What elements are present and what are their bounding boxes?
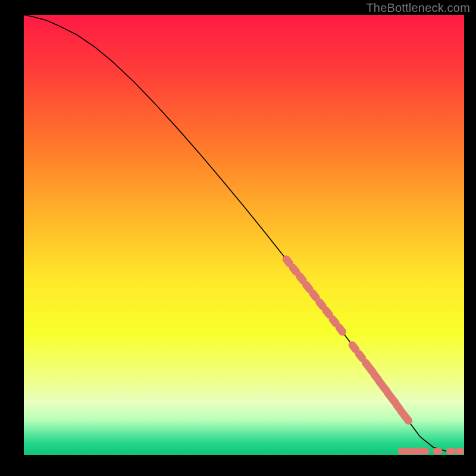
chart-svg	[24, 15, 464, 455]
watermark-text: TheBottleneck.com	[366, 1, 470, 15]
baseline-marker	[455, 448, 464, 455]
plot-area	[24, 15, 464, 455]
chart-container: TheBottleneck.com	[0, 0, 476, 476]
baseline-marker	[433, 448, 443, 455]
gradient-background	[24, 15, 464, 455]
baseline-marker	[419, 448, 429, 455]
baseline-marker	[446, 448, 456, 455]
